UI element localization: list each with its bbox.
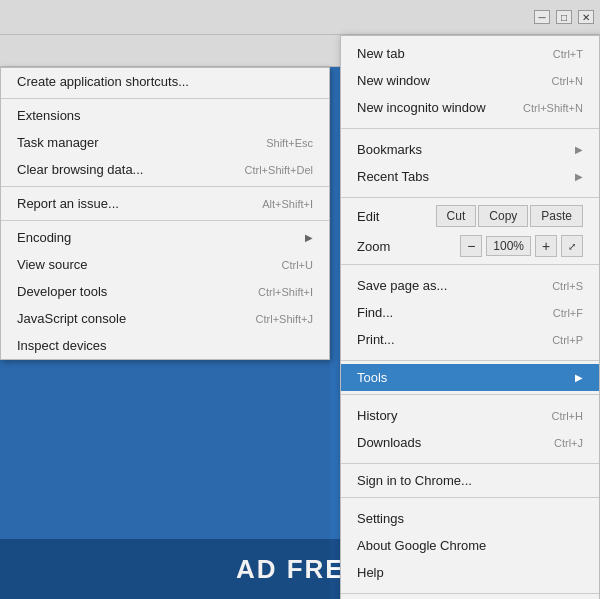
tools-submenu: Create application shortcuts... Extensio… (0, 67, 330, 360)
menu-item-settings[interactable]: Settings (341, 505, 599, 532)
browser-titlebar: ─ □ ✕ (0, 0, 600, 35)
left-menu-label-js-console: JavaScript console (17, 311, 126, 326)
left-menu-item-create-shortcuts[interactable]: Create application shortcuts... (1, 68, 329, 95)
left-menu-item-dev-tools[interactable]: Developer tools Ctrl+Shift+I (1, 278, 329, 305)
menu-item-sign-in[interactable]: Sign in to Chrome... (341, 467, 599, 494)
left-menu-arrow-encoding: ▶ (305, 232, 313, 243)
left-menu-shortcut-task-manager: Shift+Esc (266, 137, 313, 149)
left-menu-label-dev-tools: Developer tools (17, 284, 107, 299)
menu-label-help: Help (357, 565, 384, 580)
left-menu-label-task-manager: Task manager (17, 135, 99, 150)
left-menu-item-view-source[interactable]: View source Ctrl+U (1, 251, 329, 278)
menu-item-bookmarks[interactable]: Bookmarks ▶ (341, 136, 599, 163)
menu-item-downloads[interactable]: Downloads Ctrl+J (341, 429, 599, 456)
left-menu-label-extensions: Extensions (17, 108, 81, 123)
menu-divider-8 (341, 593, 599, 594)
menu-label-print: Print... (357, 332, 395, 347)
left-menu-divider-2 (1, 186, 329, 187)
copy-button[interactable]: Copy (478, 205, 528, 227)
menu-section-history: History Ctrl+H Downloads Ctrl+J (341, 398, 599, 460)
menu-shortcut-find: Ctrl+F (553, 307, 583, 319)
zoom-value: 100% (486, 236, 531, 256)
zoom-plus-button[interactable]: + (535, 235, 557, 257)
edit-row: Edit Cut Copy Paste (341, 201, 599, 231)
paste-button[interactable]: Paste (530, 205, 583, 227)
menu-item-new-incognito[interactable]: New incognito window Ctrl+Shift+N (341, 94, 599, 121)
left-menu-item-extensions[interactable]: Extensions (1, 102, 329, 129)
zoom-label: Zoom (357, 239, 456, 254)
menu-shortcut-downloads: Ctrl+J (554, 437, 583, 449)
menu-label-new-tab: New tab (357, 46, 405, 61)
zoom-row: Zoom − 100% + ⤢ (341, 231, 599, 261)
left-menu-label-encoding: Encoding (17, 230, 71, 245)
menu-shortcut-print: Ctrl+P (552, 334, 583, 346)
menu-shortcut-new-window: Ctrl+N (552, 75, 583, 87)
menu-divider-3 (341, 264, 599, 265)
menu-section-settings: Settings About Google Chrome Help (341, 501, 599, 590)
left-menu-divider-3 (1, 220, 329, 221)
left-menu-label-inspect-devices: Inspect devices (17, 338, 107, 353)
zoom-minus-button[interactable]: − (460, 235, 482, 257)
menu-shortcut-new-tab: Ctrl+T (553, 48, 583, 60)
menu-item-new-tab[interactable]: New tab Ctrl+T (341, 40, 599, 67)
menu-label-new-window: New window (357, 73, 430, 88)
minimize-button[interactable]: ─ (534, 10, 550, 24)
menu-divider-6 (341, 463, 599, 464)
left-menu-shortcut-report-issue: Alt+Shift+I (262, 198, 313, 210)
menu-item-tools[interactable]: Tools ▶ (341, 364, 599, 391)
menu-label-bookmarks: Bookmarks (357, 142, 422, 157)
menu-section-tabs: New tab Ctrl+T New window Ctrl+N New inc… (341, 36, 599, 125)
menu-label-new-incognito: New incognito window (357, 100, 486, 115)
left-menu-divider-1 (1, 98, 329, 99)
menu-arrow-tools: ▶ (575, 372, 583, 383)
zoom-fullscreen-button[interactable]: ⤢ (561, 235, 583, 257)
menu-divider-4 (341, 360, 599, 361)
left-menu-item-report-issue[interactable]: Report an issue... Alt+Shift+I (1, 190, 329, 217)
menu-item-print[interactable]: Print... Ctrl+P (341, 326, 599, 353)
left-menu-label-clear-data: Clear browsing data... (17, 162, 143, 177)
edit-label: Edit (357, 209, 434, 224)
menu-label-find: Find... (357, 305, 393, 320)
menu-divider-7 (341, 497, 599, 498)
menu-label-recent-tabs: Recent Tabs (357, 169, 429, 184)
close-button[interactable]: ✕ (578, 10, 594, 24)
menu-label-downloads: Downloads (357, 435, 421, 450)
left-menu-item-encoding[interactable]: Encoding ▶ (1, 224, 329, 251)
menu-section-bookmarks: Bookmarks ▶ Recent Tabs ▶ (341, 132, 599, 194)
left-menu-item-task-manager[interactable]: Task manager Shift+Esc (1, 129, 329, 156)
menu-item-recent-tabs[interactable]: Recent Tabs ▶ (341, 163, 599, 190)
left-menu-label-report-issue: Report an issue... (17, 196, 119, 211)
menu-label-history: History (357, 408, 397, 423)
menu-section-page: Save page as... Ctrl+S Find... Ctrl+F Pr… (341, 268, 599, 357)
menu-item-about[interactable]: About Google Chrome (341, 532, 599, 559)
menu-label-tools: Tools (357, 370, 387, 385)
left-menu-shortcut-dev-tools: Ctrl+Shift+I (258, 286, 313, 298)
menu-divider-2 (341, 197, 599, 198)
maximize-button[interactable]: □ (556, 10, 572, 24)
left-menu-shortcut-js-console: Ctrl+Shift+J (256, 313, 313, 325)
chrome-main-menu: New tab Ctrl+T New window Ctrl+N New inc… (340, 35, 600, 599)
cut-button[interactable]: Cut (436, 205, 477, 227)
left-menu-item-inspect-devices[interactable]: Inspect devices (1, 332, 329, 359)
menu-label-about: About Google Chrome (357, 538, 486, 553)
menu-label-settings: Settings (357, 511, 404, 526)
menu-divider-5 (341, 394, 599, 395)
left-menu-label-view-source: View source (17, 257, 88, 272)
left-menu-item-clear-data[interactable]: Clear browsing data... Ctrl+Shift+Del (1, 156, 329, 183)
menu-item-new-window[interactable]: New window Ctrl+N (341, 67, 599, 94)
menu-item-save-page[interactable]: Save page as... Ctrl+S (341, 272, 599, 299)
menu-label-save-page: Save page as... (357, 278, 447, 293)
menu-item-history[interactable]: History Ctrl+H (341, 402, 599, 429)
window-controls: ─ □ ✕ (534, 10, 594, 24)
menu-divider-1 (341, 128, 599, 129)
menu-shortcut-history: Ctrl+H (552, 410, 583, 422)
menu-item-help[interactable]: Help (341, 559, 599, 586)
menu-arrow-recent-tabs: ▶ (575, 171, 583, 182)
menu-item-find[interactable]: Find... Ctrl+F (341, 299, 599, 326)
left-menu-shortcut-view-source: Ctrl+U (282, 259, 313, 271)
menu-label-sign-in: Sign in to Chrome... (357, 473, 472, 488)
left-menu-label-create-shortcuts: Create application shortcuts... (17, 74, 189, 89)
menu-arrow-bookmarks: ▶ (575, 144, 583, 155)
left-menu-item-js-console[interactable]: JavaScript console Ctrl+Shift+J (1, 305, 329, 332)
menu-shortcut-save-page: Ctrl+S (552, 280, 583, 292)
